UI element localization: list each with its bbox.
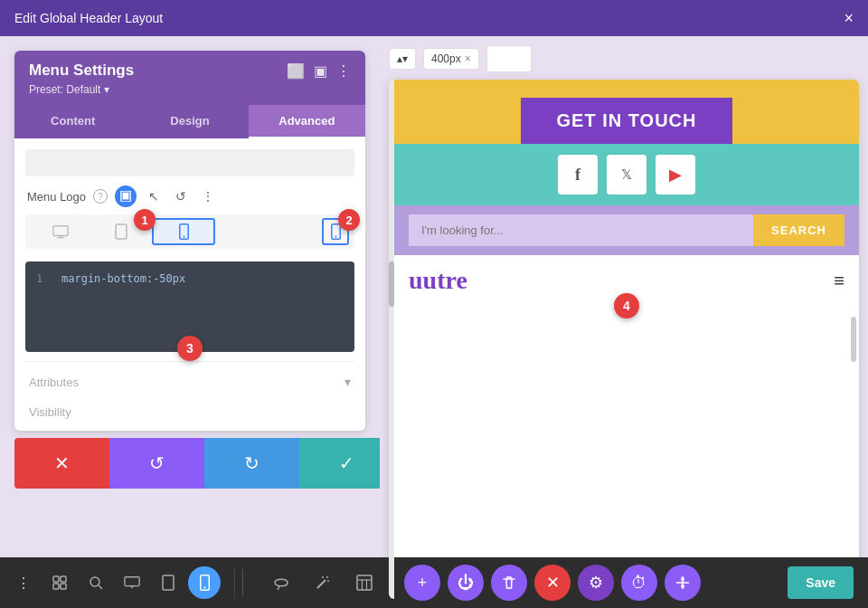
settings-circle-button[interactable]: ⚙	[578, 565, 614, 601]
more-icon[interactable]: ⋮	[336, 62, 351, 80]
cancel-button[interactable]: ✕	[14, 438, 109, 489]
help-icon[interactable]: ?	[93, 189, 108, 204]
menu-logo-label: Menu Logo	[27, 190, 86, 204]
device-row	[25, 214, 354, 249]
search-button[interactable]: SEARCH	[753, 214, 844, 246]
svg-line-16	[99, 585, 102, 589]
svg-point-8	[183, 236, 184, 238]
code-editor[interactable]: 1 margin-bottom:-50px 3	[25, 261, 354, 352]
device-desktop[interactable]	[31, 221, 90, 242]
youtube-icon[interactable]: ▶	[656, 155, 695, 195]
toolbar-left: ⋮	[0, 566, 235, 599]
tablet-button[interactable]	[152, 566, 184, 599]
hamburger-icon[interactable]: ≡	[834, 271, 844, 291]
svg-point-34	[681, 584, 684, 588]
title-bar-text: Edit Global Header Layout	[14, 11, 163, 25]
svg-point-15	[90, 577, 99, 586]
tab-advanced[interactable]: Advanced	[249, 105, 365, 138]
dimension-clear[interactable]: ×	[465, 52, 471, 65]
adjust-circle-button[interactable]	[665, 565, 701, 601]
svg-rect-1	[123, 193, 129, 200]
svg-rect-11	[53, 576, 59, 582]
svg-rect-12	[61, 576, 66, 582]
get-in-touch-button[interactable]: GET IN TOUCH	[521, 98, 733, 144]
phone-button[interactable]	[188, 566, 221, 599]
view-select[interactable]: ▴▾	[389, 48, 416, 70]
search-input[interactable]	[409, 214, 753, 246]
social-icons-row: f 𝕏 ▶	[394, 144, 859, 205]
cursor-icon[interactable]: ↖	[144, 186, 164, 206]
svg-point-10	[335, 236, 336, 238]
history-circle-button[interactable]: ⏱	[621, 565, 657, 601]
dimension-extra	[486, 45, 532, 72]
close-button[interactable]: ×	[844, 10, 854, 26]
badge-1: 1	[134, 209, 156, 231]
svg-rect-27	[357, 575, 372, 590]
card-body: Menu Logo ? ↖ ↺ ⋮	[14, 138, 365, 431]
twitter-icon[interactable]: 𝕏	[607, 155, 646, 195]
logo-text: uutre	[409, 266, 467, 295]
svg-line-23	[317, 580, 326, 588]
menu-settings-card: Menu Settings ⬜ ▣ ⋮ Preset: Default ▾	[14, 51, 365, 431]
attributes-label: Attributes	[29, 375, 79, 389]
dimension-input[interactable]: 400px ×	[423, 48, 479, 70]
left-panel: Menu Settings ⬜ ▣ ⋮ Preset: Default ▾	[0, 36, 380, 608]
resize-icon[interactable]: ⬜	[287, 62, 305, 80]
code-line-number: 1	[36, 272, 51, 285]
reset-icon[interactable]: ↺	[171, 186, 191, 206]
panel-search	[25, 149, 354, 176]
redo-button[interactable]: ↻	[204, 438, 299, 489]
svg-point-22	[203, 587, 205, 589]
columns-icon[interactable]: ▣	[314, 62, 327, 80]
undo-button[interactable]: ↺	[109, 438, 204, 489]
facebook-icon[interactable]: f	[558, 155, 598, 195]
get-in-touch-section: GET IN TOUCH f 𝕏 ▶	[394, 80, 859, 205]
attributes-chevron: ▾	[344, 375, 351, 389]
svg-rect-20	[163, 575, 174, 590]
badge-4: 4	[614, 293, 639, 318]
card-header: Menu Settings ⬜ ▣ ⋮ Preset: Default ▾	[14, 51, 365, 105]
search-toolbar-button[interactable]	[80, 566, 112, 599]
preset-label[interactable]: Preset: Default ▾	[29, 83, 351, 96]
menu-dots-button[interactable]: ⋮	[7, 566, 40, 599]
grid-button[interactable]	[43, 566, 76, 599]
action-bar: ✕ ↺ ↻ ✓	[14, 438, 394, 489]
close-circle-button[interactable]: ✕	[534, 565, 571, 601]
svg-rect-14	[61, 584, 66, 589]
badge-2: 2	[338, 209, 360, 231]
badge-3: 3	[177, 336, 203, 361]
card-title: Menu Settings	[29, 62, 134, 80]
svg-rect-6	[116, 224, 127, 239]
attributes-section[interactable]: Attributes ▾	[25, 361, 354, 396]
tab-design[interactable]: Design	[131, 105, 248, 138]
table-button[interactable]	[348, 566, 381, 599]
visibility-label: Visibility	[29, 405, 71, 419]
power-circle-button[interactable]: ⏻	[448, 565, 484, 601]
right-panel: ▴▾ 400px × GET IN TOUCH	[380, 36, 868, 608]
lasso-button[interactable]	[265, 566, 297, 599]
preview-top: ▴▾ 400px ×	[389, 45, 859, 72]
bottom-toolbar: ⋮	[0, 557, 868, 608]
more-options-icon[interactable]: ⋮	[198, 186, 218, 206]
svg-point-33	[681, 577, 684, 581]
save-button[interactable]: Save	[788, 566, 854, 599]
svg-rect-17	[125, 577, 139, 586]
code-text: margin-bottom:-50px	[61, 272, 185, 285]
tabs-row: Content Design Advanced	[14, 105, 365, 138]
device-icon-tablet[interactable]	[115, 185, 137, 207]
toolbar-right: + ⏻ ✕ ⚙ ⏱	[250, 565, 868, 601]
visibility-section: Visibility	[25, 396, 354, 420]
title-bar: Edit Global Header Layout ×	[0, 0, 868, 36]
preview-frame: GET IN TOUCH f 𝕏 ▶	[389, 80, 859, 599]
add-circle-button[interactable]: +	[404, 565, 440, 601]
device-phone[interactable]	[152, 218, 214, 245]
desktop-button[interactable]	[116, 566, 148, 599]
menu-logo-row: Menu Logo ? ↖ ↺ ⋮	[25, 185, 354, 207]
trash-circle-button[interactable]	[491, 565, 527, 601]
dimension-value: 400px	[431, 52, 461, 65]
search-bar: SEARCH	[394, 205, 859, 255]
svg-rect-13	[53, 584, 59, 589]
svg-rect-2	[52, 226, 67, 236]
tab-content[interactable]: Content	[14, 105, 131, 138]
magic-wand-button[interactable]	[307, 566, 339, 599]
